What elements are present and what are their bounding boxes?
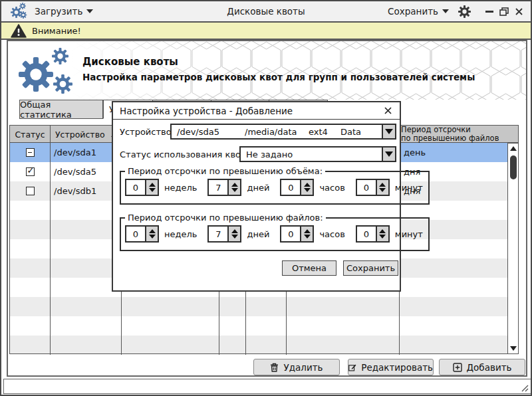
table-row-empty	[10, 336, 518, 353]
spinner-arrows[interactable]	[227, 227, 240, 241]
column-header-status[interactable]: Статус	[10, 126, 50, 143]
edit-button-label: Редактировать	[361, 362, 433, 373]
cancel-button[interactable]: Отмена	[282, 260, 336, 276]
spinner-value[interactable]: 0	[281, 180, 300, 195]
spinner-value[interactable]: 7	[209, 180, 227, 195]
restore-button[interactable]	[499, 6, 509, 17]
device-select[interactable]: /dev/sda5 /media/data ext4 Data	[170, 124, 396, 140]
cancel-button-label: Отмена	[292, 263, 327, 273]
close-icon	[384, 106, 392, 115]
add-button[interactable]: Добавить	[439, 359, 525, 375]
volume-hours-spinner[interactable]: 0	[280, 179, 314, 196]
spinner-arrows[interactable]	[376, 227, 388, 241]
files-grace-legend: Период отсрочки по превышению файлов:	[125, 213, 326, 223]
checkbox-indeterminate[interactable]	[26, 148, 35, 157]
volume-grace-group: Период отсрочки по превышению объёма: 0 …	[120, 166, 430, 205]
page-gears-logo-icon	[19, 48, 77, 94]
grace-cell: день	[404, 143, 426, 162]
chevron-down-icon	[86, 9, 93, 13]
spinner-value[interactable]: 0	[357, 180, 376, 195]
device-settings-dialog: Настройка устройства - Добавление Устрой…	[112, 101, 401, 292]
save-button[interactable]: Сохранить	[343, 260, 398, 276]
arrow-down-icon	[385, 129, 393, 134]
files-minutes-spinner[interactable]: 0	[356, 225, 390, 243]
unit-label: дней	[247, 183, 269, 193]
checkbox-unchecked[interactable]	[26, 187, 35, 195]
delete-button-label: Удалить	[283, 362, 323, 373]
unit-label: дней	[247, 229, 269, 239]
device-fs: ext4	[303, 125, 335, 138]
vertical-scrollbar[interactable]	[507, 143, 519, 354]
files-weeks-spinner[interactable]: 0	[125, 225, 159, 243]
checkbox-checked[interactable]	[26, 167, 35, 176]
spinner-arrows[interactable]	[145, 227, 158, 241]
spinner-value[interactable]: 0	[357, 227, 376, 241]
warning-banner: Внимание!	[1, 23, 531, 40]
quota-status-value: Не задано	[241, 148, 293, 161]
files-hours-spinner[interactable]: 0	[280, 225, 314, 243]
table-row-empty	[10, 297, 518, 316]
volume-grace-legend: Период отсрочки по превышению объёма:	[125, 166, 325, 176]
spinner-arrows[interactable]	[145, 180, 158, 195]
device-cell: /dev/sdb1	[54, 181, 96, 201]
column-header-grace-files[interactable]: Период отсрочки по превышению файлов	[401, 126, 514, 143]
save-button-label: Сохранить	[346, 263, 395, 273]
scroll-up-button[interactable]	[508, 144, 518, 153]
warning-icon	[11, 24, 27, 38]
unit-label: недель	[164, 229, 197, 239]
tab-label: Общая статистика	[20, 100, 102, 120]
tab-general-statistics[interactable]: Общая статистика	[19, 100, 103, 119]
device-field-label: Устройство:	[120, 124, 174, 140]
unit-label: минут	[395, 183, 423, 193]
dropdown-arrow-button[interactable]	[382, 125, 395, 138]
files-grace-group: Период отсрочки по превышению файлов: 0 …	[120, 213, 430, 251]
arrow-up-icon	[510, 146, 517, 151]
spinner-value[interactable]: 7	[209, 227, 227, 241]
spinner-arrows[interactable]	[227, 180, 240, 195]
settings-gear-icon[interactable]	[458, 5, 471, 18]
unit-label: часов	[319, 183, 344, 193]
resize-grip-icon[interactable]	[518, 383, 529, 392]
spinner-arrows[interactable]	[300, 227, 313, 241]
column-header-device[interactable]: Устройство	[55, 126, 112, 143]
files-days-spinner[interactable]: 7	[207, 225, 241, 243]
save-menu-label: Сохранить	[388, 6, 438, 17]
edit-button[interactable]: Редактировать	[348, 359, 434, 375]
table-row-empty	[10, 316, 518, 336]
quota-status-select[interactable]: Не задано	[239, 146, 396, 162]
arrow-down-icon	[385, 151, 393, 157]
dialog-close-button[interactable]	[382, 106, 393, 116]
volume-minutes-spinner[interactable]: 0	[356, 179, 390, 196]
minimize-icon	[485, 11, 493, 13]
spinner-value[interactable]: 0	[126, 227, 145, 241]
device-name: Data	[335, 125, 361, 138]
chevron-down-icon	[442, 9, 449, 13]
scrollbar-thumb[interactable]	[510, 155, 517, 179]
spinner-value[interactable]: 0	[281, 227, 300, 241]
delete-button[interactable]: Удалить	[253, 359, 340, 375]
warning-text: Внимание!	[32, 26, 81, 36]
device-mount: /media/data	[239, 125, 303, 138]
plus-square-icon	[453, 363, 462, 372]
spinner-arrows[interactable]	[300, 180, 313, 195]
restore-icon	[499, 7, 509, 16]
dialog-title-bar: Настройка устройства - Добавление	[113, 102, 400, 120]
scroll-down-button[interactable]	[508, 344, 518, 353]
page-title: Дисковые квоты	[82, 56, 178, 68]
title-bar: Загрузить Дисковые квоты Сохранить	[1, 1, 531, 23]
save-menu-button[interactable]: Сохранить	[388, 6, 449, 17]
spinner-arrows[interactable]	[376, 180, 388, 195]
close-icon	[515, 7, 523, 16]
load-menu-button[interactable]: Загрузить	[35, 6, 93, 17]
app-window: Загрузить Дисковые квоты Сохранить	[0, 0, 532, 396]
unit-label: часов	[319, 229, 344, 239]
volume-weeks-spinner[interactable]: 0	[125, 179, 159, 196]
device-cell: /dev/sda5	[54, 162, 96, 181]
minimize-button[interactable]	[484, 6, 495, 17]
device-path: /dev/sda5	[172, 125, 239, 138]
close-button[interactable]	[513, 6, 524, 17]
table-actions: Удалить Редактировать Добавить	[8, 357, 526, 377]
dropdown-arrow-button[interactable]	[382, 148, 395, 161]
volume-days-spinner[interactable]: 7	[207, 179, 241, 196]
spinner-value[interactable]: 0	[126, 180, 145, 195]
